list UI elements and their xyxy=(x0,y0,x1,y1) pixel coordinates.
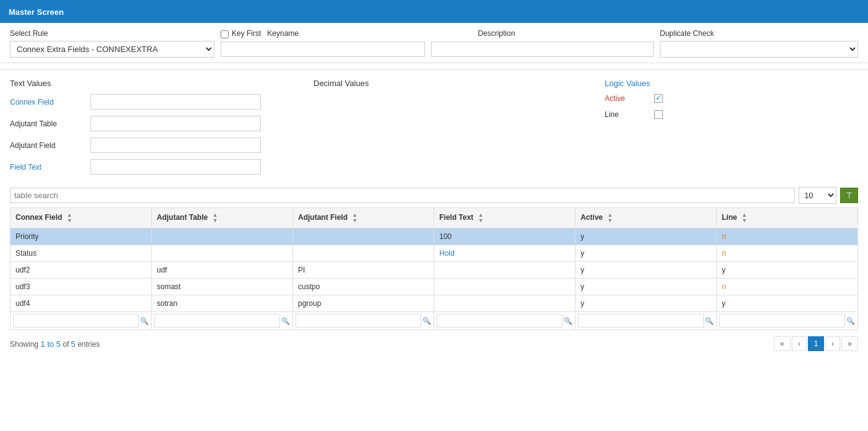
sort-arrows-adjutant-field: ▲▼ xyxy=(352,212,357,224)
export-icon: ⊤ xyxy=(846,191,853,200)
title-bar: Master Screen xyxy=(0,0,868,23)
search-icon: 🔍 xyxy=(564,317,572,325)
filter-field-text[interactable] xyxy=(437,314,563,328)
line-label: Line xyxy=(605,110,654,119)
decimal-values-header: Decimal Values xyxy=(313,79,369,88)
text-values-header: Text Values xyxy=(10,79,51,88)
table-section: 10 25 50 100 ⊤ Connex Field ▲▼ Adjutant … xyxy=(0,187,868,330)
last-page-button[interactable]: » xyxy=(841,336,858,351)
showing-range: 1 to 5 xyxy=(40,339,61,349)
table-row[interactable]: udf2 udf PI y y xyxy=(11,262,858,279)
cell-active: y xyxy=(576,229,717,245)
adjutant-table-input[interactable] xyxy=(90,116,261,131)
col-adjutant-field[interactable]: Adjutant Field ▲▼ xyxy=(293,208,434,229)
col-active[interactable]: Active ▲▼ xyxy=(576,208,717,229)
active-label: Active xyxy=(605,94,654,103)
adjutant-table-row: Adjutant Table xyxy=(10,116,313,131)
keyname-label: Keyname xyxy=(267,29,471,38)
cell-line: n xyxy=(717,245,858,262)
cell-active: y xyxy=(576,279,717,295)
pagination-controls: « ‹ 1 › » xyxy=(774,336,858,351)
showing-text: Showing 1 to 5 of 5 entries xyxy=(10,339,100,349)
cell-line: n xyxy=(717,279,858,295)
line-row: Line xyxy=(605,110,858,119)
first-page-button[interactable]: « xyxy=(774,336,791,351)
table-row[interactable]: udf4 sotran pgroup y y xyxy=(11,295,858,312)
logic-values-header: Logic Values xyxy=(605,79,650,88)
next-page-button[interactable]: › xyxy=(825,336,840,351)
cell-field-text xyxy=(434,279,576,295)
total-count: 5 xyxy=(71,339,76,349)
table-header-row: Connex Field ▲▼ Adjutant Table ▲▼ Adjuta… xyxy=(11,208,858,229)
cell-adjutant-table xyxy=(152,229,293,245)
cell-active: y xyxy=(576,245,717,262)
adjutant-field-input[interactable] xyxy=(90,137,261,153)
top-section: Select Rule Key First Keyname Descriptio… xyxy=(0,23,868,63)
connex-field-row: Connex Field Priority xyxy=(10,94,313,110)
col-adjutant-table[interactable]: Adjutant Table ▲▼ xyxy=(152,208,293,229)
duplicate-check-label: Duplicate Check xyxy=(660,29,858,38)
duplicate-check-dropdown[interactable] xyxy=(660,41,858,58)
description-label: Description xyxy=(478,29,654,38)
col-line[interactable]: Line ▲▼ xyxy=(717,208,858,229)
filter-row: 🔍 🔍 🔍 xyxy=(11,312,858,330)
filter-line[interactable] xyxy=(719,314,845,328)
adjutant-field-row: Adjutant Field xyxy=(10,137,313,153)
search-icon: 🔍 xyxy=(281,317,290,325)
cell-connex-field: udf2 xyxy=(11,262,152,279)
active-row: Active xyxy=(605,94,858,103)
select-rule-label: Select Rule xyxy=(10,29,214,38)
connex-field-label: Connex Field xyxy=(10,98,90,107)
middle-section: Text Values Decimal Values Logic Values … xyxy=(0,70,868,187)
line-checkbox[interactable] xyxy=(654,110,663,119)
sort-arrows-field-text: ▲▼ xyxy=(478,212,483,224)
filter-active[interactable] xyxy=(578,314,704,328)
cell-field-text xyxy=(434,262,576,279)
cell-adjutant-field xyxy=(293,245,434,262)
search-icon: 🔍 xyxy=(705,317,714,325)
col-connex-field[interactable]: Connex Field ▲▼ xyxy=(11,208,152,229)
search-icon: 🔍 xyxy=(846,317,855,325)
table-row[interactable]: udf3 somast custpo y n xyxy=(11,279,858,295)
key-first-checkbox[interactable] xyxy=(221,30,229,38)
table-row[interactable]: Priority 100 y n xyxy=(11,229,858,245)
adjutant-field-label: Adjutant Field xyxy=(10,141,90,150)
page-size-select[interactable]: 10 25 50 100 xyxy=(799,187,836,204)
cell-active: y xyxy=(576,262,717,279)
export-button[interactable]: ⊤ xyxy=(840,188,858,203)
page-1-button[interactable]: 1 xyxy=(808,336,825,351)
field-text-label: Field Text xyxy=(10,163,90,172)
cell-adjutant-table: somast xyxy=(152,279,293,295)
cell-adjutant-field: custpo xyxy=(293,279,434,295)
col-field-text[interactable]: Field Text ▲▼ xyxy=(434,208,576,229)
sort-arrows-adjutant-table: ▲▼ xyxy=(213,212,218,224)
cell-field-text xyxy=(434,295,576,312)
sort-arrows-connex: ▲▼ xyxy=(67,212,72,224)
connex-field-input[interactable]: Priority xyxy=(90,94,261,110)
app-title: Master Screen xyxy=(9,7,64,17)
filter-connex-field[interactable] xyxy=(13,314,139,328)
keyname-input[interactable]: CONNEXEXTRA xyxy=(221,41,425,57)
table-search-input[interactable] xyxy=(10,188,795,203)
cell-active: y xyxy=(576,295,717,312)
cell-connex-field: udf3 xyxy=(11,279,152,295)
select-rule-group: Select Rule xyxy=(10,29,214,39)
active-checkbox[interactable] xyxy=(654,94,663,103)
description-input[interactable]: Connex Extra Fields xyxy=(431,41,654,57)
cell-connex-field: Status xyxy=(11,245,152,262)
cell-adjutant-field xyxy=(293,229,434,245)
select-rule-dropdown[interactable]: Connex Extra Fields - CONNEXEXTRA xyxy=(10,41,214,58)
sort-arrows-active: ▲▼ xyxy=(607,212,613,224)
filter-adjutant-field[interactable] xyxy=(296,314,421,328)
cell-line: n xyxy=(717,229,858,245)
filter-adjutant-table[interactable] xyxy=(154,314,280,328)
cell-field-text: 100 xyxy=(434,229,576,245)
cell-connex-field: Priority xyxy=(11,229,152,245)
cell-line: y xyxy=(717,262,858,279)
cell-connex-field: udf4 xyxy=(11,295,152,312)
table-row[interactable]: Status Hold y n xyxy=(11,245,858,262)
cell-adjutant-table: sotran xyxy=(152,295,293,312)
prev-page-button[interactable]: ‹ xyxy=(792,336,807,351)
cell-line: y xyxy=(717,295,858,312)
field-text-input[interactable]: 100 xyxy=(90,159,261,175)
